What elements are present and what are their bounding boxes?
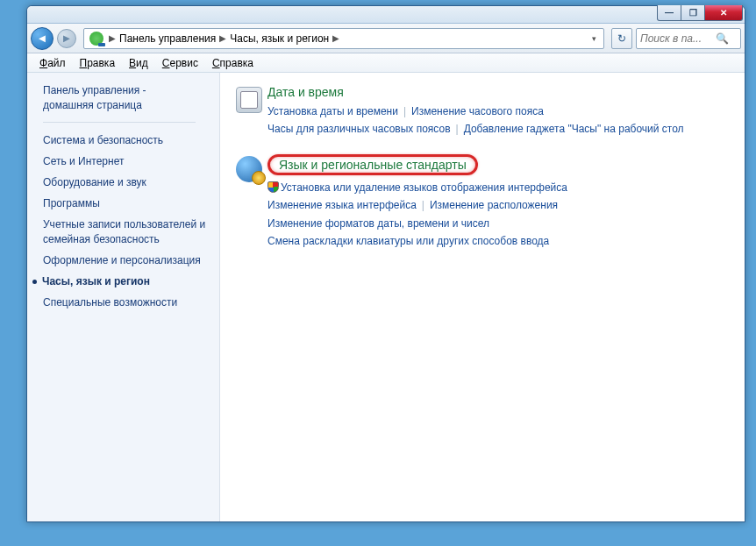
link-separator: | — [422, 199, 424, 211]
section-icon-wrap — [236, 85, 267, 138]
sidebar-item[interactable]: Оформление и персонализация — [43, 250, 214, 271]
sidebar-item[interactable]: Учетные записи пользователей и семейная … — [43, 214, 214, 249]
close-button[interactable]: ✕ — [704, 5, 743, 21]
sidebar-item[interactable]: Сеть и Интернет — [43, 151, 214, 172]
section-title[interactable]: Язык и региональные стандарты — [267, 154, 478, 175]
link-row: Смена раскладки клавиатуры или других сп… — [267, 232, 729, 250]
sidebar-separator — [43, 122, 196, 123]
sidebar-items: Система и безопасностьСеть и ИнтернетОбо… — [43, 130, 214, 314]
task-link[interactable]: Добавление гаджета "Часы" на рабочий сто… — [464, 123, 684, 135]
nav-toolbar: ◄ ► ▶ Панель управления ▶ Часы, язык и р… — [27, 24, 745, 53]
uac-shield-icon — [267, 181, 279, 193]
task-link[interactable]: Изменение языка интерфейса — [267, 199, 417, 211]
breadcrumb-sep: ▶ — [107, 33, 118, 43]
sidebar-home-link[interactable]: Панель управления -домашняя страница — [43, 83, 214, 113]
clock-icon — [236, 87, 262, 113]
menu-view[interactable]: Вид — [122, 55, 155, 71]
address-bar[interactable]: ▶ Панель управления ▶ Часы, язык и регио… — [83, 28, 604, 49]
sidebar-item[interactable]: Система и безопасность — [43, 130, 214, 151]
control-panel-window: — ❐ ✕ ◄ ► ▶ Панель управления ▶ Часы, яз… — [26, 5, 745, 522]
sidebar: Панель управления -домашняя страница Сис… — [27, 73, 220, 521]
titlebar[interactable]: — ❐ ✕ — [27, 6, 745, 24]
forward-button[interactable]: ► — [57, 29, 76, 48]
search-icon: 🔍 — [716, 32, 729, 45]
menu-file[interactable]: Файл — [32, 55, 73, 71]
refresh-button[interactable]: ↻ — [611, 28, 632, 49]
task-link[interactable]: Изменение форматов даты, времени и чисел — [267, 217, 489, 230]
sidebar-item[interactable]: Специальные возможности — [43, 292, 214, 313]
task-link[interactable]: Часы для различных часовых поясов — [267, 123, 451, 135]
breadcrumb-sep: ▶ — [218, 33, 228, 43]
link-row: Установка даты и времени|Изменение часов… — [267, 103, 729, 120]
menu-bar: Файл Правка Вид Сервис Справка — [27, 53, 745, 73]
task-link[interactable]: Установка даты и времени — [267, 105, 398, 117]
task-link[interactable]: Изменение часового пояса — [411, 105, 544, 117]
breadcrumb-root[interactable]: Панель управления — [118, 32, 218, 45]
active-bullet-icon — [32, 280, 37, 284]
address-dropdown[interactable]: ▾ — [587, 34, 602, 43]
section-body: Дата и времяУстановка даты и времени|Изм… — [267, 85, 729, 138]
section-title[interactable]: Дата и время — [267, 85, 344, 99]
link-separator: | — [456, 123, 459, 135]
link-row: Изменение форматов даты, времени и чисел — [267, 215, 729, 232]
link-row: Часы для различных часовых поясов|Добавл… — [267, 120, 729, 138]
sidebar-item[interactable]: Часы, язык и регион — [43, 271, 214, 292]
window-buttons: — ❐ ✕ — [658, 5, 743, 21]
content-area: Дата и времяУстановка даты и времени|Изм… — [220, 73, 745, 521]
task-link[interactable]: Изменение расположения — [430, 199, 558, 211]
menu-tools[interactable]: Сервис — [155, 55, 205, 71]
maximize-button[interactable]: ❐ — [681, 5, 705, 21]
search-box[interactable]: 🔍 — [636, 28, 741, 49]
menu-help[interactable]: Справка — [205, 55, 260, 71]
link-row: Установка или удаление языков отображени… — [267, 179, 729, 196]
minimize-button[interactable]: — — [657, 5, 681, 21]
task-link[interactable]: Смена раскладки клавиатуры или других сп… — [267, 235, 549, 247]
breadcrumb-current[interactable]: Часы, язык и регион — [228, 32, 331, 45]
body: Панель управления -домашняя страница Сис… — [27, 73, 745, 521]
globe-icon — [236, 156, 262, 182]
link-separator: | — [403, 105, 406, 117]
control-panel-icon — [89, 32, 103, 46]
section-icon-wrap — [236, 154, 267, 251]
sidebar-item[interactable]: Программы — [43, 193, 214, 214]
category-section: Язык и региональные стандартыУстановка и… — [236, 154, 729, 251]
section-body: Язык и региональные стандартыУстановка и… — [267, 154, 729, 251]
back-button[interactable]: ◄ — [31, 27, 53, 50]
link-row: Изменение языка интерфейса|Изменение рас… — [267, 196, 729, 214]
search-input[interactable] — [640, 32, 716, 45]
sidebar-item[interactable]: Оборудование и звук — [43, 172, 214, 193]
menu-edit[interactable]: Правка — [73, 55, 123, 71]
task-link[interactable]: Установка или удаление языков отображени… — [267, 181, 567, 194]
breadcrumb-sep: ▶ — [331, 33, 341, 43]
category-section: Дата и времяУстановка даты и времени|Изм… — [236, 85, 729, 138]
